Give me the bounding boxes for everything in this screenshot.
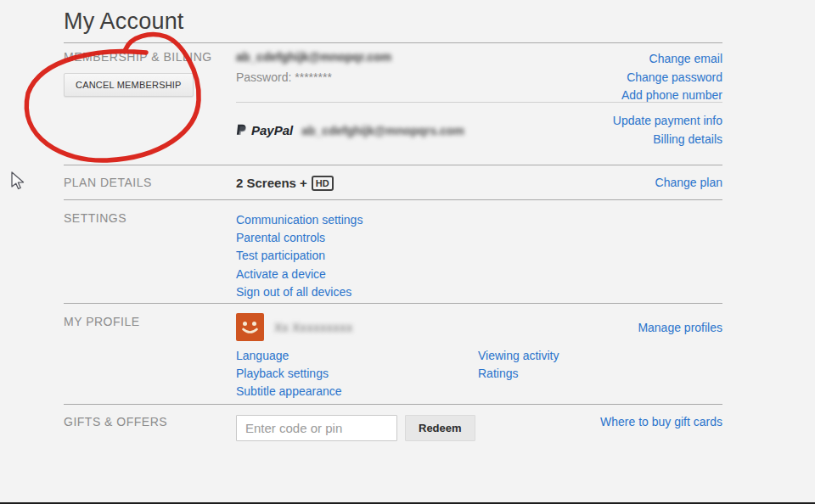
- hd-badge: HD: [312, 176, 334, 191]
- membership-label-column: MEMBERSHIP & BILLING CANCEL MEMBERSHIP: [64, 43, 236, 165]
- plan-name: 2 Screens +: [236, 176, 307, 190]
- membership-section-label: MEMBERSHIP & BILLING: [64, 50, 236, 64]
- redeem-button[interactable]: Redeem: [405, 415, 475, 441]
- account-email-redacted: ab_cdefghijk@mnopqr.com: [236, 50, 391, 64]
- link-manage-profiles[interactable]: Manage profiles: [638, 321, 722, 334]
- membership-payment-row: PayPal ab_cdefghijk@mnopqrs.com Update p…: [236, 103, 722, 148]
- page-title: My Account: [64, 8, 722, 35]
- membership-email-row: ab_cdefghijk@mnopqr.com Password: ******…: [236, 43, 722, 103]
- account-content: My Account MEMBERSHIP & BILLING CANCEL M…: [64, 0, 722, 502]
- section-my-profile: MY PROFILE Xx Xxxxxxxxx Manage profiles: [64, 304, 722, 405]
- settings-section-label: SETTINGS: [64, 211, 236, 225]
- password-masked: Password: ********: [236, 70, 391, 84]
- membership-content: ab_cdefghijk@mnopqr.com Password: ******…: [236, 43, 722, 165]
- profile-identity-row: Xx Xxxxxxxxx Manage profiles: [236, 313, 722, 341]
- gift-code-input[interactable]: [236, 415, 397, 441]
- plan-label-column: PLAN DETAILS: [64, 176, 236, 199]
- section-settings: SETTINGS Communication settings Parental…: [64, 200, 722, 304]
- page-header: My Account: [64, 0, 722, 43]
- profile-name-redacted: Xx Xxxxxxxxx: [274, 321, 353, 334]
- cancel-membership-button[interactable]: CANCEL MEMBERSHIP: [64, 73, 194, 97]
- link-sign-out-all-devices[interactable]: Sign out of all devices: [236, 283, 363, 301]
- link-language[interactable]: Language: [236, 347, 478, 365]
- gifts-label-column: GIFTS & OFFERS: [64, 415, 236, 502]
- settings-links: Communication settings Parental controls…: [236, 211, 363, 303]
- link-test-participation[interactable]: Test participation: [236, 247, 363, 265]
- link-subtitle-appearance[interactable]: Subtitle appearance: [236, 383, 478, 400]
- plan-name-block: 2 Screens +HD: [236, 176, 334, 199]
- link-activate-a-device[interactable]: Activate a device: [236, 266, 363, 283]
- profile-links: Language Playback settings Subtitle appe…: [236, 347, 722, 401]
- profile-section-label: MY PROFILE: [64, 313, 236, 328]
- paypal-payment-method: PayPal ab_cdefghijk@mnopqrs.com: [236, 112, 464, 148]
- link-change-plan[interactable]: Change plan: [655, 176, 722, 199]
- profile-links-left: Language Playback settings Subtitle appe…: [236, 347, 478, 401]
- link-where-to-buy-gift-cards[interactable]: Where to buy gift cards: [600, 415, 722, 428]
- paypal-email-redacted: ab_cdefghijk@mnopqrs.com: [301, 124, 464, 137]
- plan-section-label: PLAN DETAILS: [64, 176, 236, 189]
- link-ratings[interactable]: Ratings: [478, 365, 722, 383]
- link-update-payment-info[interactable]: Update payment info: [613, 112, 722, 131]
- mouse-cursor-icon: [12, 172, 24, 189]
- profile-content: Xx Xxxxxxxxx Manage profiles Language Pl…: [236, 313, 722, 404]
- link-communication-settings[interactable]: Communication settings: [236, 211, 363, 229]
- profile-label-column: MY PROFILE: [64, 313, 236, 404]
- gifts-section-label: GIFTS & OFFERS: [64, 415, 236, 428]
- section-plan-details: PLAN DETAILS 2 Screens +HD Change plan: [64, 165, 722, 200]
- link-viewing-activity[interactable]: Viewing activity: [478, 347, 722, 365]
- section-gifts-offers: GIFTS & OFFERS Redeem Where to buy gift …: [64, 405, 722, 502]
- paypal-icon: [236, 124, 247, 137]
- profile-avatar-icon: [236, 313, 264, 341]
- paypal-brand-text: PayPal: [251, 123, 293, 137]
- link-billing-details[interactable]: Billing details: [613, 131, 722, 149]
- link-change-email[interactable]: Change email: [621, 50, 722, 69]
- profile-identity: Xx Xxxxxxxxx: [236, 313, 353, 341]
- link-playback-settings[interactable]: Playback settings: [236, 365, 478, 383]
- settings-label-column: SETTINGS: [64, 211, 236, 303]
- plan-content: 2 Screens +HD Change plan: [236, 176, 722, 199]
- account-links: Change email Change password Add phone n…: [621, 50, 722, 102]
- netflix-account-page: My Account MEMBERSHIP & BILLING CANCEL M…: [0, 0, 815, 504]
- profile-links-right: Viewing activity Ratings: [478, 347, 722, 401]
- link-change-password[interactable]: Change password: [621, 69, 722, 87]
- link-parental-controls[interactable]: Parental controls: [236, 229, 363, 247]
- gifts-content: Redeem Where to buy gift cards: [236, 415, 722, 502]
- email-password-block: ab_cdefghijk@mnopqr.com Password: ******…: [236, 50, 391, 102]
- section-membership-billing: MEMBERSHIP & BILLING CANCEL MEMBERSHIP a…: [64, 43, 722, 165]
- payment-links: Update payment info Billing details: [613, 112, 722, 148]
